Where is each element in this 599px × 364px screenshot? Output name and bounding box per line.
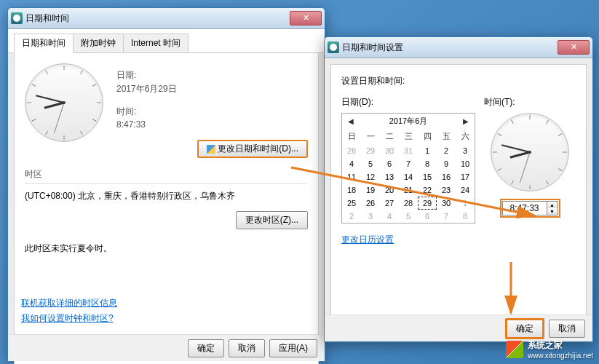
tab-internet-time[interactable]: Internet 时间 <box>123 33 189 52</box>
calendar-day[interactable]: 30 <box>380 144 399 157</box>
calendar-day[interactable]: 8 <box>456 210 475 223</box>
tab-datetime[interactable]: 日期和时间 <box>14 33 74 53</box>
calendar-day[interactable]: 11 <box>342 170 361 183</box>
time-label: 时间: <box>116 106 308 118</box>
calendar-dow: 六 <box>456 129 475 144</box>
second-hand <box>54 103 65 133</box>
date-column-label: 日期(D): <box>341 96 475 108</box>
apply-button[interactable]: 应用(A) <box>269 339 317 357</box>
prev-month-button[interactable]: ◀ <box>346 116 355 127</box>
calendar-day[interactable]: 25 <box>342 197 361 210</box>
calendar-day[interactable]: 4 <box>380 210 399 223</box>
dialog-footer: 确定 取消 应用(A) <box>8 334 325 361</box>
calendar-day[interactable]: 5 <box>399 210 418 223</box>
calendar-day[interactable]: 2 <box>437 144 456 157</box>
date-label: 日期: <box>116 69 308 82</box>
calendar-day[interactable]: 22 <box>418 183 437 197</box>
shield-icon <box>207 145 215 154</box>
calendar-day[interactable]: 3 <box>456 144 475 157</box>
calendar-dow: 一 <box>361 129 380 144</box>
calendar-day[interactable]: 31 <box>399 144 418 157</box>
howto-set-clock-link[interactable]: 我如何设置时钟和时区? <box>21 312 117 325</box>
calendar-day[interactable]: 10 <box>456 157 475 170</box>
window-title: 日期和时间 <box>25 12 290 25</box>
calendar-day[interactable]: 8 <box>418 157 437 170</box>
calendar-day[interactable]: 23 <box>437 183 456 197</box>
calendar-day[interactable]: 4 <box>342 157 361 170</box>
change-timezone-button[interactable]: 更改时区(Z)... <box>236 211 308 229</box>
change-datetime-button[interactable]: 更改日期和时间(D)... <box>197 140 308 158</box>
time-spin-up[interactable]: ▲ <box>547 202 558 208</box>
calendar-day[interactable]: 12 <box>361 170 380 183</box>
titlebar[interactable]: 日期和时间 ✕ <box>8 8 325 29</box>
second-hand <box>520 152 531 183</box>
time-input[interactable] <box>502 201 547 215</box>
tab-additional-clocks[interactable]: 附加时钟 <box>73 33 124 52</box>
analog-clock <box>25 63 103 142</box>
watermark-url: www.xitongzhijia.net <box>528 352 593 360</box>
calendar-day[interactable]: 28 <box>399 197 418 210</box>
calendar-day[interactable]: 13 <box>380 170 399 183</box>
tab-strip: 日期和时间 附加时钟 Internet 时间 <box>8 29 325 53</box>
calendar-day[interactable]: 2 <box>342 210 361 223</box>
calendar-dow: 五 <box>437 129 456 144</box>
datetime-icon <box>11 12 23 24</box>
timezone-value: (UTC+08:00) 北京，重庆，香港特别行政区，乌鲁木齐 <box>25 190 308 202</box>
datetime-icon <box>328 41 339 53</box>
calendar-dow: 三 <box>399 129 418 144</box>
calendar-day[interactable]: 18 <box>342 183 361 197</box>
calendar-day[interactable]: 9 <box>437 157 456 170</box>
calendar-dow: 日 <box>342 129 361 144</box>
calendar-dow: 二 <box>380 129 399 144</box>
window-title: 日期和时间设置 <box>342 41 558 54</box>
minute-hand <box>36 95 64 103</box>
tab-content: 日期: 2017年6月29日 时间: 8:47:33 更改日期和时间(D)...… <box>14 53 319 364</box>
calendar-day[interactable]: 27 <box>380 197 399 210</box>
calendar-day[interactable]: 7 <box>399 157 418 170</box>
calendar-day[interactable]: 1 <box>418 144 437 157</box>
close-button[interactable]: ✕ <box>290 11 322 25</box>
calendar-day[interactable]: 28 <box>342 144 361 157</box>
ok-button[interactable]: 确定 <box>505 318 544 339</box>
calendar-day[interactable]: 7 <box>437 210 456 223</box>
calendar-day[interactable]: 29 <box>361 144 380 157</box>
calendar-day[interactable]: 16 <box>437 170 456 183</box>
calendar-day[interactable]: 14 <box>399 170 418 183</box>
time-spin-down[interactable]: ▼ <box>547 208 558 215</box>
time-spinner: ▲ ▼ <box>547 201 558 215</box>
ok-button[interactable]: 确定 <box>188 339 224 357</box>
change-calendar-settings-link[interactable]: 更改日历设置 <box>341 234 394 246</box>
calendar-day[interactable]: 1 <box>456 197 475 210</box>
next-month-button[interactable]: ▶ <box>461 116 470 127</box>
dialog-footer: 确定 取消 <box>325 314 592 341</box>
calendar-day[interactable]: 5 <box>361 157 380 170</box>
calendar-day[interactable]: 21 <box>399 183 418 197</box>
online-tz-info-link[interactable]: 联机获取详细的时区信息 <box>21 297 117 309</box>
calendar-day[interactable]: 17 <box>456 170 475 183</box>
calendar-day[interactable]: 20 <box>380 183 399 197</box>
calendar-day[interactable]: 19 <box>361 183 380 197</box>
cancel-button[interactable]: 取消 <box>549 320 585 338</box>
analog-clock-settings <box>491 113 569 191</box>
calendar-day[interactable]: 6 <box>418 210 437 223</box>
cancel-button[interactable]: 取消 <box>229 339 265 357</box>
calendar-month: 2017年6月 <box>389 116 428 127</box>
calendar-day[interactable]: 29 <box>418 197 437 210</box>
minute-hand <box>501 144 530 153</box>
settings-prompt: 设置日期和时间: <box>341 75 576 87</box>
calendar-day[interactable]: 26 <box>361 197 380 210</box>
calendar-day[interactable]: 30 <box>437 197 456 210</box>
divider <box>25 183 308 184</box>
datetime-settings-window: 日期和时间设置 ✕ 设置日期和时间: 日期(D): ◀ 2017年6月 ▶ 日一… <box>324 36 593 342</box>
titlebar[interactable]: 日期和时间设置 ✕ <box>325 37 592 58</box>
calendar-day[interactable]: 24 <box>456 183 475 197</box>
dst-note: 此时区未实行夏令时。 <box>25 242 308 255</box>
timezone-label: 时区 <box>25 168 308 181</box>
calendar-day[interactable]: 15 <box>418 170 437 183</box>
close-button[interactable]: ✕ <box>558 40 590 55</box>
calendar-day[interactable]: 3 <box>361 210 380 223</box>
calendar: ◀ 2017年6月 ▶ 日一二三四五六282930311234567891011… <box>341 113 475 223</box>
date-value: 2017年6月29日 <box>116 83 308 95</box>
watermark: 系统之家 www.xitongzhijia.net <box>506 339 593 360</box>
calendar-day[interactable]: 6 <box>380 157 399 170</box>
